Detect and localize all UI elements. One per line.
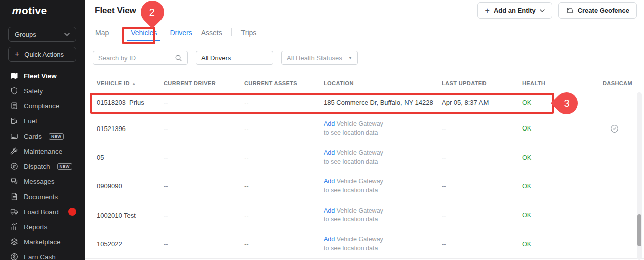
credit-card-icon: [10, 132, 18, 140]
plus-icon: +: [15, 50, 19, 59]
sidebar-item-reports[interactable]: Reports: [0, 219, 85, 234]
location-hint-line: to see location data: [324, 244, 442, 253]
map-icon: [10, 72, 18, 80]
scrollbar-thumb[interactable]: [637, 214, 641, 246]
add-vehicle-gateway-link[interactable]: Add: [324, 149, 335, 156]
location-cell: Add Vehicle Gatewayto see location data: [324, 207, 442, 224]
sidebar-item-dispatch[interactable]: DispatchNEW: [0, 159, 85, 174]
location-hint-line: to see location data: [324, 128, 442, 138]
create-geofence-button[interactable]: Create Geofence: [558, 2, 637, 19]
groups-dropdown[interactable]: Groups: [8, 27, 76, 42]
chevron-down-icon: [540, 9, 545, 12]
column-health[interactable]: HEALTH: [522, 80, 603, 86]
quick-actions-label: Quick Actions: [24, 51, 64, 58]
tab-map[interactable]: Map: [95, 29, 109, 41]
table-row[interactable]: 01521396----Add Vehicle Gatewayto see lo…: [85, 114, 644, 143]
health-status-cell: OK: [522, 183, 603, 190]
fuel-pump-icon: [10, 117, 18, 125]
tab-assets[interactable]: Assets: [201, 29, 222, 41]
sidebar-item-messages[interactable]: Messages: [0, 174, 85, 189]
column-location[interactable]: LOCATION: [324, 80, 442, 86]
search-input[interactable]: [98, 54, 169, 62]
sidebar-item-compliance[interactable]: Compliance: [0, 98, 85, 113]
table-row[interactable]: 05----Add Vehicle Gatewayto see location…: [85, 143, 644, 172]
current-assets-cell: --: [244, 240, 324, 248]
last-updated-cell: --: [442, 125, 522, 133]
sidebar-item-label: Documents: [24, 193, 58, 201]
last-updated-cell: --: [442, 182, 522, 190]
health-status-cell: OK: [522, 241, 603, 248]
new-badge: NEW: [49, 133, 64, 140]
tab-separator: [118, 28, 118, 36]
current-driver-cell: --: [164, 125, 244, 133]
last-updated-cell: --: [442, 154, 522, 161]
add-vehicle-gateway-link[interactable]: Add: [324, 207, 335, 214]
sidebar-item-label: Cards: [24, 133, 42, 140]
sidebar-item-label: Dispatch: [24, 163, 50, 170]
add-vehicle-gateway-link[interactable]: Add: [324, 236, 335, 243]
motive-logo: motive: [0, 0, 85, 17]
column-dashcam[interactable]: DASHCAM: [603, 80, 644, 86]
column-last-updated[interactable]: LAST UPDATED: [442, 80, 522, 86]
add-entity-label: Add an Entity: [494, 7, 536, 14]
sidebar-item-marketplace[interactable]: Marketplace: [0, 234, 85, 249]
tab-trips[interactable]: Trips: [241, 29, 257, 41]
wrench-icon: [10, 147, 18, 155]
page-title: Fleet View: [95, 6, 136, 16]
sidebar-item-label: Compliance: [24, 102, 59, 110]
health-status-cell: OK: [522, 212, 603, 219]
sidebar-item-cards[interactable]: CardsNEW: [0, 128, 85, 144]
table-row[interactable]: 1002010 Test----Add Vehicle Gatewayto se…: [85, 201, 644, 230]
geofence-icon: [566, 7, 574, 14]
location-cell: Add Vehicle Gatewayto see location data: [324, 149, 442, 166]
tab-separator: [231, 28, 232, 36]
new-badge: NEW: [57, 163, 72, 170]
location-hint-line: to see location data: [324, 158, 442, 167]
sidebar-item-load-board[interactable]: Load Board: [0, 204, 85, 219]
create-geofence-label: Create Geofence: [578, 7, 629, 14]
filter-bar: All Drivers All Health Statuses ▼: [93, 51, 358, 65]
current-assets-cell: --: [244, 154, 324, 161]
vertical-scrollbar[interactable]: [637, 92, 642, 260]
last-updated-cell: Apr 05, 8:37 AM: [442, 99, 522, 106]
sidebar-item-label: Load Board: [24, 208, 59, 216]
chevron-down-icon: [64, 33, 70, 36]
add-entity-button[interactable]: + Add an Entity: [477, 2, 552, 19]
table-row[interactable]: 1052022----Add Vehicle Gatewayto see loc…: [85, 230, 644, 259]
table-header: VEHICLE ID▲ CURRENT DRIVER CURRENT ASSET…: [85, 76, 644, 91]
vehicle-id-cell: 1002010 Test: [97, 212, 164, 219]
compass-pin-icon: [10, 162, 18, 170]
vehicle-id-cell: 0909090: [97, 182, 164, 190]
clipboard-icon: [10, 102, 18, 110]
chat-bubbles-icon: [10, 177, 18, 185]
truck-icon: [10, 208, 18, 216]
location-hint-line: to see location data: [324, 215, 442, 224]
health-status-filter[interactable]: All Health Statuses ▼: [281, 51, 358, 65]
sidebar-item-label: Marketplace: [24, 238, 61, 246]
sidebar-item-maintenance[interactable]: Maintenance: [0, 144, 85, 159]
sidebar-item-fuel[interactable]: Fuel: [0, 113, 85, 128]
column-vehicle-id[interactable]: VEHICLE ID▲: [97, 80, 164, 86]
vehicle-table: 01518203_Prius----185 Commerce Dr, Buffa…: [85, 91, 644, 259]
column-current-driver[interactable]: CURRENT DRIVER: [164, 80, 244, 86]
shield-icon: [10, 87, 18, 95]
current-driver-cell: --: [164, 182, 244, 190]
add-vehicle-gateway-link[interactable]: Add: [324, 178, 335, 185]
sidebar-item-label: Reports: [24, 223, 47, 231]
health-status-cell: OK: [522, 125, 603, 132]
quick-actions-button[interactable]: + Quick Actions: [8, 47, 76, 62]
drivers-filter[interactable]: All Drivers: [196, 51, 273, 65]
tab-vehicles[interactable]: Vehicles: [127, 29, 160, 41]
current-driver-cell: --: [164, 240, 244, 248]
sort-asc-icon: ▲: [132, 81, 136, 86]
sidebar-item-documents[interactable]: Documents: [0, 189, 85, 204]
sidebar-item-earn-cash[interactable]: Earn Cash: [0, 249, 85, 260]
table-row[interactable]: 0909090----Add Vehicle Gatewayto see loc…: [85, 172, 644, 201]
column-current-assets[interactable]: CURRENT ASSETS: [244, 80, 324, 86]
current-driver-cell: --: [164, 154, 244, 161]
sidebar-item-label: Messages: [24, 178, 55, 185]
tab-drivers[interactable]: Drivers: [170, 29, 192, 41]
add-vehicle-gateway-link[interactable]: Add: [324, 120, 335, 127]
sidebar-item-fleet-view[interactable]: Fleet View: [0, 68, 85, 83]
sidebar-item-safety[interactable]: Safety: [0, 83, 85, 98]
